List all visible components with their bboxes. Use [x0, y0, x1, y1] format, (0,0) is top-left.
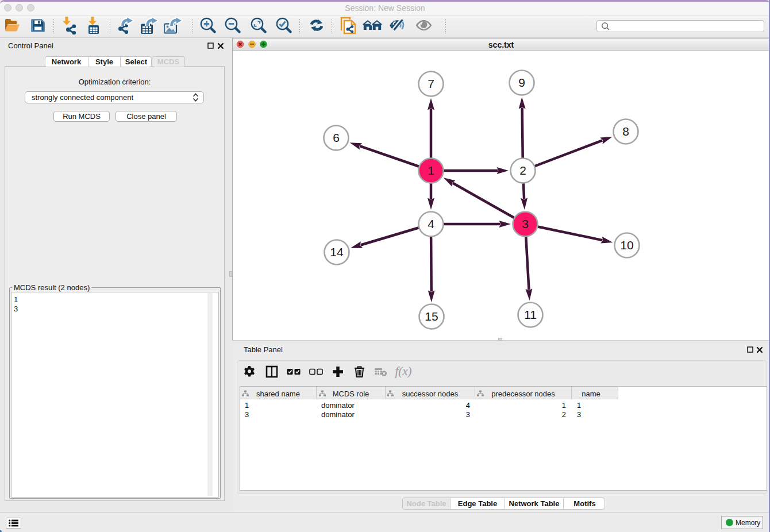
svg-text:9: 9: [518, 76, 525, 89]
svg-text:7: 7: [428, 77, 434, 90]
svg-text:f(x): f(x): [395, 364, 411, 378]
svg-text:6: 6: [333, 131, 340, 144]
svg-text:10: 10: [620, 238, 633, 252]
svg-text:14: 14: [330, 245, 344, 259]
svg-text:4: 4: [428, 217, 434, 230]
svg-text:1: 1: [428, 164, 434, 177]
svg-text:11: 11: [524, 308, 537, 321]
svg-text:2: 2: [519, 164, 526, 177]
svg-text:15: 15: [425, 310, 438, 323]
svg-text:8: 8: [622, 125, 629, 138]
svg-text:3: 3: [522, 217, 529, 230]
